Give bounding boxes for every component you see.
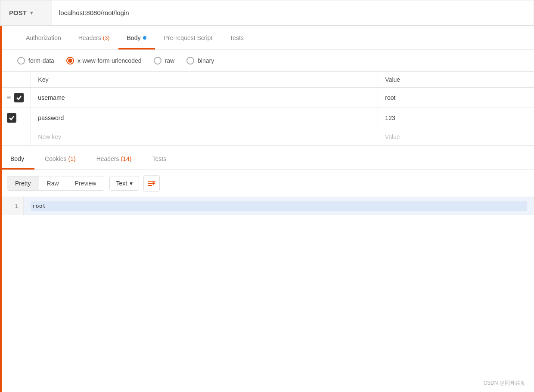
- col-key: Key: [31, 72, 378, 88]
- cookies-badge: (1): [68, 155, 76, 162]
- radio-binary[interactable]: binary: [186, 57, 214, 65]
- format-raw[interactable]: Raw: [39, 176, 67, 190]
- key-cell[interactable]: username: [31, 88, 378, 108]
- body-type-row: form-data x-www-form-urlencoded raw bina…: [0, 50, 534, 72]
- left-accent-bar: [0, 26, 2, 392]
- tab-tests[interactable]: Tests: [221, 26, 252, 49]
- response-tabs: Body Cookies (1) Headers (14) Tests: [0, 148, 534, 170]
- table-row: password 123: [0, 108, 534, 128]
- table-row: ≡ username root: [0, 88, 534, 108]
- params-table: Key Value ≡ username: [0, 72, 534, 146]
- row-controls-cell-new: [0, 128, 31, 146]
- format-pretty[interactable]: Pretty: [7, 176, 39, 190]
- wrap-button[interactable]: [143, 175, 160, 191]
- radio-circle-urlencoded: [66, 57, 74, 65]
- method-selector[interactable]: POST ▾: [0, 0, 52, 25]
- row-controls-cell: [0, 108, 31, 128]
- row-controls-cell: ≡: [0, 88, 31, 108]
- value-cell[interactable]: root: [378, 88, 534, 108]
- tab-body[interactable]: Body: [118, 26, 155, 49]
- drag-icon[interactable]: ≡: [7, 94, 11, 102]
- text-dropdown-chevron: ▾: [130, 180, 133, 187]
- method-label: POST: [9, 9, 27, 16]
- radio-circle-raw: [154, 57, 161, 65]
- code-area: root: [24, 197, 534, 215]
- text-dropdown[interactable]: Text ▾: [109, 176, 139, 191]
- resp-tab-tests[interactable]: Tests: [142, 148, 177, 170]
- url-input[interactable]: [52, 0, 534, 25]
- resp-tab-cookies[interactable]: Cookies (1): [34, 148, 86, 170]
- format-group: Pretty Raw Preview: [7, 176, 104, 191]
- response-toolbar: Pretty Raw Preview Text ▾: [0, 170, 534, 197]
- format-preview[interactable]: Preview: [67, 176, 104, 190]
- resp-headers-badge: (14): [121, 155, 132, 162]
- line-numbers: 1: [0, 197, 24, 215]
- row-checkbox[interactable]: [7, 113, 16, 123]
- tab-headers[interactable]: Headers (3): [70, 26, 118, 49]
- resp-tab-headers[interactable]: Headers (14): [86, 148, 142, 170]
- response-content: 1 root: [0, 197, 534, 215]
- method-chevron: ▾: [30, 10, 33, 16]
- col-controls: [0, 72, 31, 88]
- tab-prerequest[interactable]: Pre-request Script: [155, 26, 221, 49]
- line-number: 1: [5, 201, 18, 211]
- body-dot: [143, 36, 146, 40]
- col-value: Value: [378, 72, 534, 88]
- radio-form-data[interactable]: form-data: [17, 57, 54, 65]
- table-row-new: New key Value: [0, 128, 534, 146]
- headers-badge: (3): [103, 34, 110, 41]
- url-bar: POST ▾: [0, 0, 534, 26]
- radio-circle-form-data: [17, 57, 25, 65]
- resp-tab-body[interactable]: Body: [0, 148, 34, 170]
- tab-authorization[interactable]: Authorization: [17, 26, 70, 49]
- new-value-cell[interactable]: Value: [378, 128, 534, 146]
- row-checkbox[interactable]: [14, 93, 24, 102]
- new-key-cell[interactable]: New key: [31, 128, 378, 146]
- value-cell[interactable]: 123: [378, 108, 534, 128]
- radio-raw[interactable]: raw: [154, 57, 175, 65]
- code-line-1: root: [31, 201, 527, 211]
- radio-x-www-form-urlencoded[interactable]: x-www-form-urlencoded: [66, 57, 142, 65]
- key-cell[interactable]: password: [31, 108, 378, 128]
- radio-circle-binary: [186, 57, 194, 65]
- request-tabs: Authorization Headers (3) Body Pre-reque…: [0, 26, 534, 50]
- watermark: CSDN @同舟共度: [483, 380, 525, 387]
